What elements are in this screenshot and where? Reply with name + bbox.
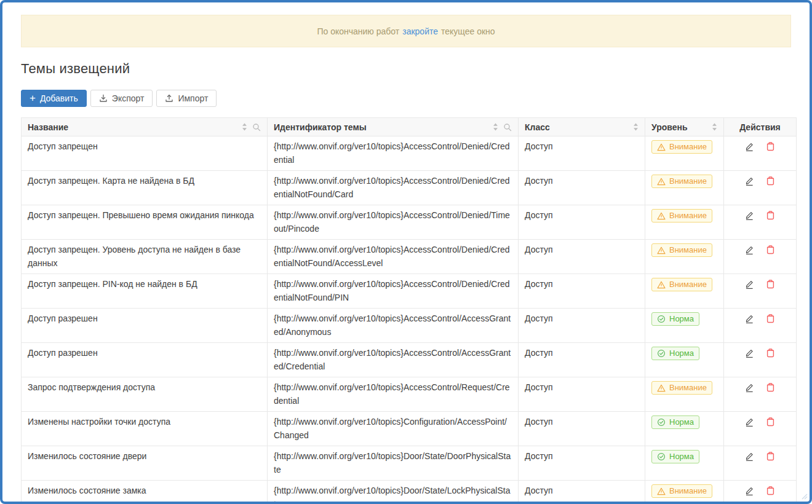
class-cell: Доступ [519, 377, 645, 412]
banner-text-before: По окончанию работ [317, 26, 399, 36]
column-header-actions: Действия [724, 118, 797, 136]
import-button[interactable]: Импорт [156, 90, 217, 107]
topic-id-cell: {http://www.onvif.org/ver10/topics}Acces… [268, 136, 519, 171]
sort-carets-icon[interactable] [493, 123, 498, 131]
search-icon[interactable] [503, 123, 512, 132]
table-row: Доступ запрещен. Уровень доступа не найд… [22, 240, 797, 274]
name-cell: Изменилось состояние двери [22, 446, 268, 481]
level-cell: Норма [645, 343, 724, 377]
column-header-class-label: Класс [525, 122, 550, 132]
warning-triangle-icon [657, 178, 666, 186]
class-cell: Доступ [519, 343, 645, 377]
table-row: Доступ запрещен. PIN-код не найден в БД … [22, 274, 797, 309]
level-badge-label: Внимание [669, 140, 707, 154]
level-badge-label: Норма [669, 450, 694, 463]
table-header-row: Название Идентификатор темы [22, 118, 797, 136]
pencil-icon[interactable] [744, 279, 755, 289]
notice-banner: По окончанию работ закройте текущее окно [21, 15, 791, 47]
app-window: По окончанию работ закройте текущее окно… [0, 0, 812, 504]
table-row: Доступ разрешен {http://www.onvif.org/ve… [22, 309, 797, 343]
column-header-level: Уровень [645, 118, 724, 136]
export-button[interactable]: Экспорт [90, 90, 153, 107]
pencil-icon[interactable] [744, 451, 755, 462]
sort-carets-icon[interactable] [633, 123, 639, 131]
level-badge-label: Внимание [669, 209, 707, 222]
pencil-icon[interactable] [744, 141, 755, 152]
check-circle-icon [657, 418, 666, 427]
sort-carets-icon[interactable] [242, 123, 247, 131]
pencil-icon[interactable] [744, 417, 755, 427]
actions-cell [724, 171, 797, 205]
name-cell: Доступ разрешен [22, 309, 268, 343]
pencil-icon[interactable] [744, 486, 755, 496]
level-badge: Внимание [651, 278, 712, 291]
trash-icon[interactable] [765, 176, 776, 186]
actions-cell [724, 205, 797, 240]
pencil-icon[interactable] [744, 348, 755, 358]
name-cell: Доступ запрещен. Карта не найдена в БД [22, 171, 268, 205]
trash-icon[interactable] [765, 245, 776, 255]
table-row: Доступ запрещен. Карта не найдена в БД {… [22, 171, 797, 205]
name-cell: Запрос подтверждения доступа [22, 377, 268, 412]
class-cell: Доступ [519, 205, 645, 240]
trash-icon[interactable] [765, 417, 776, 427]
column-header-name: Название [22, 118, 268, 136]
name-cell: Доступ запрещен. PIN-код не найден в БД [22, 274, 268, 309]
banner-text-after: текущее окно [441, 26, 495, 36]
pencil-icon[interactable] [744, 382, 755, 393]
topic-id-cell: {http://www.onvif.org/ver10/topics}Confi… [268, 412, 519, 446]
export-button-label: Экспорт [112, 93, 145, 103]
level-badge-label: Норма [669, 347, 694, 360]
warning-triangle-icon [657, 487, 666, 495]
search-icon[interactable] [252, 123, 261, 132]
warning-triangle-icon [657, 143, 666, 151]
resize-grip-icon[interactable] [802, 494, 808, 500]
level-badge: Норма [651, 415, 699, 429]
level-badge-label: Норма [669, 415, 694, 429]
table-row: Изменены настройки точки доступа {http:/… [22, 412, 797, 446]
column-header-name-label: Название [28, 122, 68, 132]
trash-icon[interactable] [765, 451, 776, 462]
add-button[interactable]: + Добавить [21, 90, 87, 107]
trash-icon[interactable] [765, 486, 776, 496]
class-cell: Доступ [519, 446, 645, 481]
plus-icon: + [30, 93, 36, 103]
level-cell: Норма [645, 446, 724, 481]
table-row: Изменилось состояние замка {http://www.o… [22, 481, 797, 504]
trash-icon[interactable] [765, 279, 776, 289]
pencil-icon[interactable] [744, 313, 755, 324]
level-cell: Внимание [645, 377, 724, 412]
sort-carets-icon[interactable] [712, 123, 717, 131]
level-badge-label: Внимание [669, 243, 707, 257]
actions-cell [724, 446, 797, 481]
topic-id-cell: {http://www.onvif.org/ver10/topics}Door/… [268, 446, 519, 481]
level-badge-label: Внимание [669, 278, 707, 291]
level-cell: Внимание [645, 205, 724, 240]
topic-id-cell: {http://www.onvif.org/ver10/topics}Door/… [268, 481, 519, 504]
class-cell: Доступ [519, 481, 645, 504]
class-cell: Доступ [519, 240, 645, 274]
actions-cell [724, 274, 797, 309]
pencil-icon[interactable] [744, 245, 755, 255]
level-badge-label: Внимание [669, 484, 707, 498]
level-cell: Норма [645, 309, 724, 343]
pencil-icon[interactable] [744, 176, 755, 186]
trash-icon[interactable] [765, 348, 776, 358]
actions-cell [724, 309, 797, 343]
actions-cell [724, 343, 797, 377]
actions-cell [724, 377, 797, 412]
close-window-link[interactable]: закройте [402, 26, 438, 36]
table-row: Доступ запрещен {http://www.onvif.org/ve… [22, 136, 797, 171]
trash-icon[interactable] [765, 141, 776, 152]
pencil-icon[interactable] [744, 210, 755, 221]
trash-icon[interactable] [765, 382, 776, 393]
import-button-label: Импорт [178, 93, 208, 103]
topic-id-cell: {http://www.onvif.org/ver10/topics}Acces… [268, 205, 519, 240]
topic-id-cell: {http://www.onvif.org/ver10/topics}Acces… [268, 274, 519, 309]
page-title: Темы извещений [21, 61, 791, 77]
check-circle-icon [657, 315, 666, 323]
trash-icon[interactable] [765, 210, 776, 221]
trash-icon[interactable] [765, 313, 776, 324]
name-cell: Доступ разрешен [22, 343, 268, 377]
level-badge: Внимание [651, 175, 712, 188]
